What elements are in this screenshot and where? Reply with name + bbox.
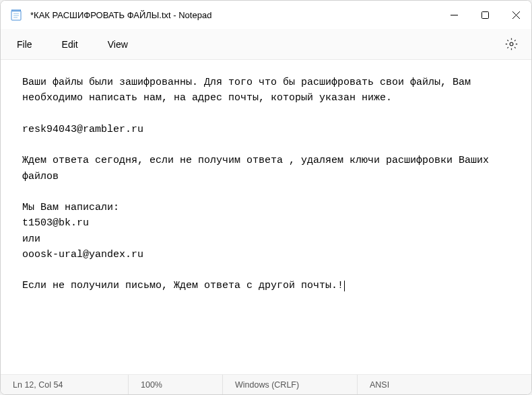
text-cursor <box>344 281 345 292</box>
status-position: Ln 12, Col 54 <box>1 375 129 394</box>
svg-rect-12 <box>481 11 488 18</box>
text-editor[interactable]: Ваши файлы были зашифрованны. Для того ч… <box>1 60 531 374</box>
titlebar: *КАК РАСШИФРОВАТЬ ФАЙЛЫ.txt - Notepad <box>1 1 531 29</box>
notepad-icon <box>10 9 22 21</box>
document-text: Ваши файлы были зашифрованны. Для того ч… <box>22 77 495 291</box>
menubar: File Edit View <box>1 29 531 60</box>
notepad-window: *КАК РАСШИФРОВАТЬ ФАЙЛЫ.txt - Notepad Fi… <box>0 0 532 395</box>
menu-edit[interactable]: Edit <box>55 35 93 54</box>
status-zoom: 100% <box>129 375 223 394</box>
maximize-button[interactable] <box>469 1 500 29</box>
minimize-button[interactable] <box>438 1 469 29</box>
window-controls <box>438 1 531 29</box>
close-button[interactable] <box>500 1 531 29</box>
menu-view[interactable]: View <box>101 35 143 54</box>
window-title: *КАК РАСШИФРОВАТЬ ФАЙЛЫ.txt - Notepad <box>30 10 438 20</box>
settings-button[interactable] <box>501 34 522 55</box>
status-eol: Windows (CRLF) <box>223 375 358 394</box>
svg-point-15 <box>510 42 513 46</box>
status-encoding: ANSI <box>358 375 531 394</box>
menu-file[interactable]: File <box>10 35 47 54</box>
statusbar: Ln 12, Col 54 100% Windows (CRLF) ANSI <box>1 374 531 394</box>
